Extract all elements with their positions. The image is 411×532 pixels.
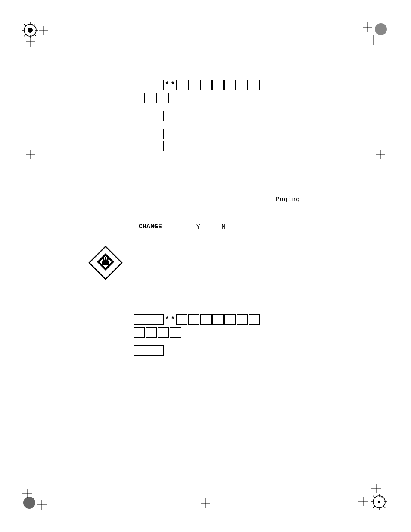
y-option[interactable]: Y xyxy=(196,224,200,230)
small-box-6[interactable] xyxy=(237,80,248,90)
tiny-box-6[interactable] xyxy=(134,327,145,338)
tiny-box-5[interactable] xyxy=(182,93,193,103)
input-row-2 xyxy=(134,93,260,103)
small-box-13[interactable] xyxy=(237,314,248,325)
small-box-7[interactable] xyxy=(249,80,260,90)
paging-label: Paging xyxy=(276,196,300,203)
crosshair-bottom-center xyxy=(201,498,210,510)
input-medium-1[interactable] xyxy=(134,80,164,90)
small-box-8[interactable] xyxy=(176,314,187,325)
small-box-11[interactable] xyxy=(212,314,224,325)
small-box-5[interactable] xyxy=(224,80,236,90)
top-rule xyxy=(52,56,359,56)
corner-top-left xyxy=(22,22,48,48)
input-row-2-2 xyxy=(134,327,260,338)
input-row-1: * * xyxy=(134,80,260,90)
svg-line-7 xyxy=(24,34,26,36)
svg-line-40 xyxy=(383,506,385,508)
star-2: * xyxy=(171,81,175,89)
small-box-1[interactable] xyxy=(176,80,187,90)
stacked-input-1[interactable] xyxy=(134,129,164,139)
svg-point-23 xyxy=(23,497,35,509)
small-box-12[interactable] xyxy=(224,314,236,325)
form-section-1: * * xyxy=(134,80,260,151)
input-row-2-1: * * xyxy=(134,314,260,325)
svg-point-16 xyxy=(375,23,387,35)
n-option[interactable]: N xyxy=(221,224,225,230)
tiny-box-4[interactable] xyxy=(170,93,181,103)
tiny-box-3[interactable] xyxy=(158,93,169,103)
small-box-10[interactable] xyxy=(200,314,212,325)
small-box-9[interactable] xyxy=(188,314,199,325)
corner-bottom-left xyxy=(22,484,48,510)
yn-options: Y N xyxy=(196,224,225,230)
svg-line-5 xyxy=(24,24,26,26)
svg-line-8 xyxy=(34,34,36,36)
tiny-box-2[interactable] xyxy=(146,93,157,103)
star-3: * xyxy=(165,316,169,324)
corner-top-right xyxy=(363,22,389,48)
svg-point-42 xyxy=(378,501,380,503)
small-box-4[interactable] xyxy=(212,80,224,90)
corner-bottom-right xyxy=(358,484,389,510)
star-1: * xyxy=(165,81,169,89)
crosshair-left-mid xyxy=(26,150,35,161)
svg-line-39 xyxy=(373,506,375,508)
change-label[interactable]: CHANGE xyxy=(139,223,162,230)
tiny-box-1[interactable] xyxy=(134,93,145,103)
svg-point-9 xyxy=(28,28,33,33)
small-box-3[interactable] xyxy=(200,80,212,90)
tiny-box-8[interactable] xyxy=(158,327,169,338)
small-box-2[interactable] xyxy=(188,80,199,90)
tiny-box-7[interactable] xyxy=(146,327,157,338)
svg-rect-51 xyxy=(102,261,109,265)
crosshair-right-mid xyxy=(376,150,385,161)
svg-line-37 xyxy=(373,496,375,498)
standalone-input-1[interactable] xyxy=(134,111,164,121)
change-row: CHANGE Y N xyxy=(139,223,225,230)
standalone-input-2[interactable] xyxy=(134,345,164,356)
form-section-2: * * xyxy=(134,314,260,364)
bottom-rule xyxy=(52,463,359,463)
star-4: * xyxy=(171,316,175,324)
warning-icon xyxy=(88,246,123,280)
small-box-14[interactable] xyxy=(249,314,260,325)
stacked-input-2[interactable] xyxy=(134,141,164,151)
two-inputs-group xyxy=(134,129,260,151)
tiny-box-9[interactable] xyxy=(170,327,181,338)
input-medium-2[interactable] xyxy=(134,314,164,325)
